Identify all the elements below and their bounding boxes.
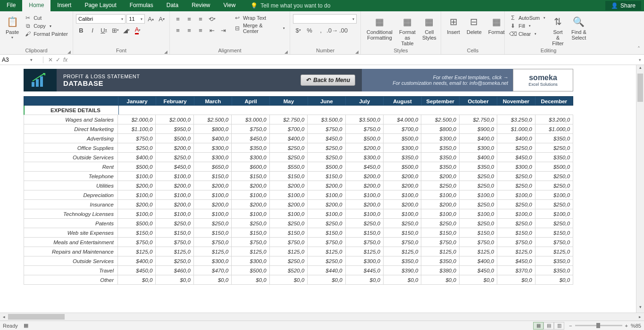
tell-me[interactable]: 💡 Tell me what you want to do <box>251 0 330 11</box>
table-row[interactable]: Office Supplies$250,0$200,0$300,0$350,0$… <box>24 143 573 153</box>
data-cell[interactable]: $350,0 <box>384 256 421 265</box>
data-cell[interactable]: $950,0 <box>156 124 193 133</box>
data-cell[interactable]: $460,0 <box>156 266 193 275</box>
tab-file[interactable]: File <box>0 0 22 11</box>
cancel-formula-button[interactable]: ✕ <box>48 57 53 63</box>
data-cell[interactable]: $125,0 <box>384 247 421 256</box>
tab-insert[interactable]: Insert <box>50 0 78 11</box>
data-cell[interactable]: $150,0 <box>384 228 421 237</box>
dialog-launcher-icon[interactable]: ◢ <box>355 50 359 54</box>
data-cell[interactable]: $300,0 <box>194 153 232 162</box>
dialog-launcher-icon[interactable]: ◢ <box>67 50 71 54</box>
data-cell[interactable]: $3.500,0 <box>308 115 345 124</box>
data-cell[interactable]: $125,0 <box>497 247 535 256</box>
data-cell[interactable]: $350,0 <box>421 153 459 162</box>
data-cell[interactable]: $200,0 <box>384 181 421 190</box>
data-cell[interactable]: $520,0 <box>270 266 308 275</box>
back-to-menu-button[interactable]: ↶ Back to Menu <box>301 74 355 86</box>
scroll-down-button[interactable]: ▾ <box>636 305 644 313</box>
paste-button[interactable]: 📋 Paste ▾ <box>3 14 22 41</box>
data-cell[interactable]: $2.000,0 <box>156 115 193 124</box>
data-cell[interactable]: $250,0 <box>497 143 535 152</box>
bold-button[interactable]: B <box>76 25 86 35</box>
data-cell[interactable]: $350,0 <box>421 162 459 171</box>
data-cell[interactable]: $200,0 <box>270 181 308 190</box>
data-cell[interactable]: $450,0 <box>460 266 497 275</box>
data-cell[interactable]: $150,0 <box>194 172 232 181</box>
hscroll-thumb[interactable] <box>8 314 65 320</box>
data-cell[interactable]: $500,0 <box>384 162 421 171</box>
data-cell[interactable]: $400,0 <box>194 134 232 143</box>
table-row[interactable]: Utilities$200,0$200,0$200,0$200,0$200,0$… <box>24 181 573 190</box>
data-cell[interactable]: $125,0 <box>118 247 156 256</box>
data-cell[interactable]: $0,0 <box>232 275 269 284</box>
tab-review[interactable]: Review <box>185 0 217 11</box>
data-cell[interactable]: $445,0 <box>346 266 384 275</box>
data-cell[interactable]: $0,0 <box>308 275 345 284</box>
dialog-launcher-icon[interactable]: ◢ <box>284 50 288 54</box>
data-cell[interactable]: $400,0 <box>460 256 497 265</box>
table-row[interactable]: Other$0,0$0,0$0,0$0,0$0,0$0,0$0,0$0,0$0,… <box>24 275 573 285</box>
formula-expand-button[interactable]: ▾ <box>636 58 644 62</box>
data-cell[interactable]: $100,0 <box>421 209 459 218</box>
data-cell[interactable]: $125,0 <box>232 247 269 256</box>
underline-button[interactable]: U▾ <box>99 25 109 35</box>
data-cell[interactable]: $100,0 <box>460 209 497 218</box>
data-cell[interactable]: $750,0 <box>156 238 193 247</box>
data-cell[interactable]: $0,0 <box>194 275 232 284</box>
data-cell[interactable]: $750,0 <box>270 238 308 247</box>
data-cell[interactable]: $250,0 <box>497 219 535 228</box>
data-cell[interactable]: $0,0 <box>421 275 459 284</box>
data-cell[interactable]: $100,0 <box>497 190 535 199</box>
data-cell[interactable]: $350,0 <box>535 153 573 162</box>
borders-button[interactable]: ⊞▾ <box>110 25 120 35</box>
data-cell[interactable]: $2.500,0 <box>194 115 232 124</box>
data-cell[interactable]: $100,0 <box>194 190 232 199</box>
data-cell[interactable]: $150,0 <box>460 228 497 237</box>
data-cell[interactable]: $150,0 <box>232 228 269 237</box>
data-cell[interactable]: $150,0 <box>308 172 345 181</box>
increase-font-button[interactable]: A▴ <box>146 14 156 24</box>
data-cell[interactable]: $150,0 <box>194 228 232 237</box>
data-cell[interactable]: $100,0 <box>232 190 269 199</box>
data-cell[interactable]: $4.000,0 <box>384 115 421 124</box>
align-bottom-button[interactable]: ≡ <box>195 14 206 24</box>
data-cell[interactable]: $300,0 <box>384 143 421 152</box>
data-cell[interactable]: $750,0 <box>118 134 156 143</box>
data-cell[interactable]: $450,0 <box>497 256 535 265</box>
data-cell[interactable]: $100,0 <box>346 209 384 218</box>
data-cell[interactable]: $300,0 <box>497 162 535 171</box>
data-cell[interactable]: $500,0 <box>118 219 156 228</box>
percent-button[interactable]: % <box>304 25 315 35</box>
data-cell[interactable]: $125,0 <box>460 247 497 256</box>
data-cell[interactable]: $700,0 <box>270 124 308 133</box>
data-cell[interactable]: $700,0 <box>384 124 421 133</box>
worksheet-area[interactable]: PROFIT & LOSS STATEMENT DATABASE ↶ Back … <box>0 65 644 313</box>
data-cell[interactable]: $150,0 <box>497 228 535 237</box>
data-cell[interactable]: $250,0 <box>460 181 497 190</box>
format-as-table-button[interactable]: ▦Format as Table <box>396 14 418 47</box>
data-cell[interactable]: $350,0 <box>535 134 573 143</box>
formula-input[interactable] <box>72 57 636 63</box>
tab-data[interactable]: Data <box>160 0 185 11</box>
collapse-ribbon-button[interactable]: ˄ <box>637 46 640 52</box>
dialog-launcher-icon[interactable]: ◢ <box>164 50 167 54</box>
data-cell[interactable]: $250,0 <box>156 219 193 228</box>
data-cell[interactable]: $400,0 <box>118 153 156 162</box>
data-cell[interactable]: $100,0 <box>156 190 193 199</box>
data-cell[interactable]: $250,0 <box>535 172 573 181</box>
data-cell[interactable]: $400,0 <box>497 134 535 143</box>
decrease-font-button[interactable]: A▾ <box>157 14 167 24</box>
insert-cells-button[interactable]: ⊞Insert <box>444 14 463 36</box>
data-cell[interactable]: $200,0 <box>346 143 384 152</box>
zoom-out-button[interactable]: − <box>569 323 572 329</box>
data-cell[interactable]: $100,0 <box>194 209 232 218</box>
data-cell[interactable]: $250,0 <box>497 181 535 190</box>
data-cell[interactable]: $250,0 <box>535 219 573 228</box>
data-cell[interactable]: $100,0 <box>384 209 421 218</box>
table-row[interactable]: Technology Licenses$100,0$100,0$100,0$10… <box>24 209 573 219</box>
table-row[interactable]: Meals and Entertainment$750,0$750,0$750,… <box>24 238 573 247</box>
data-cell[interactable]: $250,0 <box>308 256 345 265</box>
data-cell[interactable]: $350,0 <box>460 162 497 171</box>
fill-color-button[interactable]: ◢▾ <box>121 25 132 35</box>
